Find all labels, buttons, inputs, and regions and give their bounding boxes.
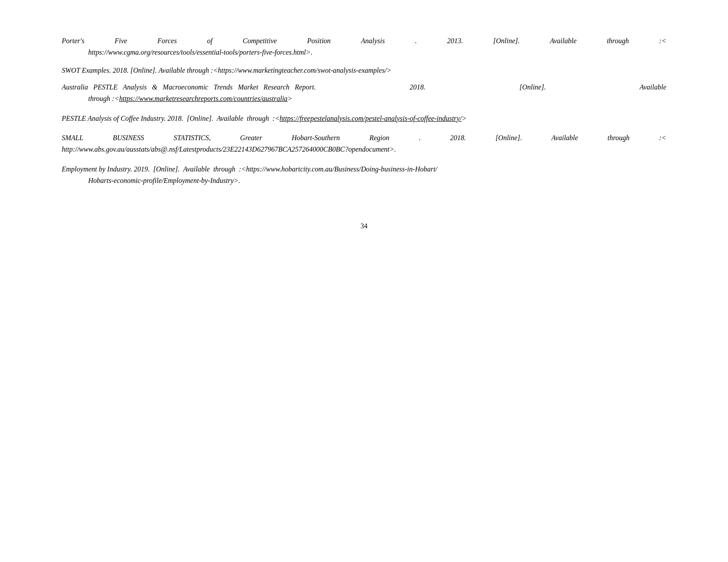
ref-porters: Porter's Five Forces of Competitive Posi… [62,35,666,59]
small-biz-title-6: Region [370,132,389,144]
porters-title-part6: Position [307,35,331,47]
porters-title-part5: Competitive [243,35,277,47]
porters-through: through [607,35,629,47]
small-biz-year: 2018. [450,132,466,144]
small-biz-url: http://www.abs.gov.au/ausstats/abs@.nsf/… [62,145,396,153]
porters-title-part2: Five [115,35,127,47]
small-biz-title-4: Greater [240,132,262,144]
small-biz-available: Available [551,132,578,144]
small-biz-online: [Online]. [496,132,522,144]
page-number: 34 [62,222,666,230]
employment-title: Employment by Industry [62,165,131,173]
ref-small-business: SMALL BUSINESS STATISTICS, Greater Hobar… [62,132,666,156]
porters-title-part1: Porter's [62,35,84,47]
small-biz-title-5: Hobart-Southern [292,132,340,144]
porters-year: 2013. [447,35,463,47]
small-biz-through: through [608,132,630,144]
ref-employment: Employment by Industry. 2019. [Online]. … [62,164,666,187]
swot-text: SWOT Examples. 2018. [Online]. Available… [62,67,392,74]
australia-online: [Online]. [518,82,546,93]
ref-swot: SWOT Examples. 2018. [Online]. Available… [62,67,666,74]
employment-url-indent: Hobarts-economic-profile/Employment-by-I… [62,175,666,186]
small-biz-title-2: BUSINESS [113,132,144,144]
australia-title: Australia PESTLE Analysis & Macroeconomi… [62,82,316,93]
ref-pestle-coffee: PESTLE Analysis of Coffee Industry. 2018… [62,113,666,124]
porters-title-part4: of [207,35,213,47]
porters-colon: :< [659,35,666,47]
page-number-text: 34 [361,222,368,230]
pestle-coffee-url-link[interactable]: https://freepestelanalysis.com/pestel-an… [280,115,462,122]
small-biz-period: . [419,132,421,144]
small-biz-title-3: STATISTICS, [174,132,211,144]
small-biz-title-1: SMALL [62,132,83,144]
pestle-coffee-title: PESTLE Analysis of Coffee Industry. 2018… [62,115,467,122]
porters-title-part7: Analysis [361,35,385,47]
reference-list: Porter's Five Forces of Competitive Posi… [62,35,666,187]
employment-url-line2: Hobarts-economic-profile/Employment-by-I… [88,177,240,184]
porters-online: [Online]. [493,35,520,47]
porters-title-part3: Forces [157,35,177,47]
australia-url-line: through :<https://www.marketresearchrepo… [62,93,666,104]
porters-available: Available [550,35,576,47]
australia-year: 2018. [408,82,426,93]
porters-url-line: https://www.cgma.org/resources/tools/ess… [62,47,666,58]
australia-available: Available [638,82,666,93]
page: Porter's Five Forces of Competitive Posi… [0,0,728,562]
australia-url-link[interactable]: https://www.marketresearchreports.com/co… [119,95,287,102]
small-biz-colon: :< [659,132,666,144]
porters-url: https://www.cgma.org/resources/tools/ess… [88,48,313,56]
ref-australia: Australia PESTLE Analysis & Macroeconomi… [62,82,666,105]
